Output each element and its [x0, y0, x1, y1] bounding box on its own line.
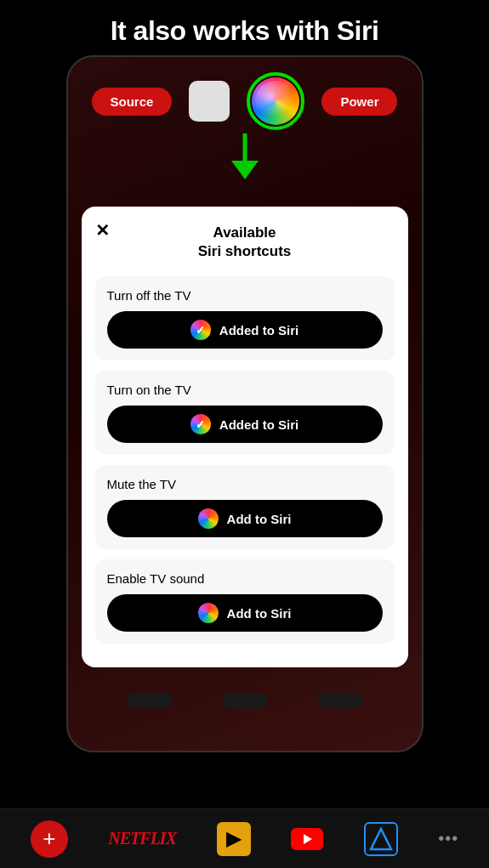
plex-button[interactable]: ▶	[217, 822, 251, 856]
siri-action-btn-mute-tv[interactable]: Add to Siri	[107, 500, 383, 537]
siri-action-btn-turn-on-tv[interactable]: ✓Added to Siri	[107, 406, 383, 443]
modal-title: Available Siri shortcuts	[95, 224, 395, 261]
source-button[interactable]: Source	[92, 88, 173, 116]
youtube-button[interactable]	[291, 828, 323, 850]
netflix-logo: NETFLIX	[108, 829, 176, 848]
svg-marker-3	[371, 829, 391, 849]
white-square-button[interactable]	[189, 81, 230, 122]
fashiontv-button[interactable]	[364, 822, 398, 856]
youtube-icon	[291, 828, 323, 850]
power-button[interactable]: Power	[321, 88, 397, 116]
knobs-row	[68, 684, 422, 720]
svg-marker-2	[304, 834, 312, 844]
fashiontv-icon	[364, 822, 398, 856]
siri-action-btn-turn-off-tv[interactable]: ✓Added to Siri	[107, 311, 383, 349]
shortcuts-list: Turn off the TV✓Added to SiriTurn on the…	[95, 276, 395, 644]
add-button[interactable]: +	[31, 820, 68, 858]
bottom-bar: + NETFLIX ▶ •••	[0, 808, 489, 868]
siri-add-icon	[198, 508, 219, 529]
more-button[interactable]: •••	[438, 829, 458, 848]
knob-right	[317, 693, 363, 708]
modal-panel: ✕ Available Siri shortcuts Turn off the …	[82, 207, 408, 667]
shortcut-card-turn-on-tv: Turn on the TV✓Added to Siri	[95, 371, 395, 455]
shortcut-label-mute-tv: Mute the TV	[107, 477, 383, 491]
shortcut-label-turn-off-tv: Turn off the TV	[107, 288, 383, 303]
modal-close-button[interactable]: ✕	[95, 220, 110, 241]
plex-icon: ▶	[217, 822, 251, 856]
page-title: It also works with Siri	[0, 0, 489, 55]
top-buttons-row: Source Power	[68, 57, 422, 139]
siri-action-btn-enable-sound[interactable]: Add to Siri	[107, 594, 383, 632]
remote-body: Source Power ✕ Available Siri shortcuts …	[66, 55, 424, 752]
knob-left	[127, 693, 173, 708]
siri-add-icon	[198, 603, 219, 623]
shortcut-card-enable-sound: Enable TV soundAdd to Siri	[95, 559, 395, 644]
svg-marker-1	[231, 161, 259, 179]
netflix-button[interactable]: NETFLIX	[108, 829, 176, 848]
shortcut-label-enable-sound: Enable TV sound	[107, 571, 383, 586]
shortcut-card-mute-tv: Mute the TVAdd to Siri	[95, 465, 395, 549]
shortcut-label-turn-on-tv: Turn on the TV	[107, 383, 383, 397]
more-icon: •••	[438, 829, 458, 848]
green-arrow	[228, 133, 262, 183]
check-icon: ✓	[190, 414, 211, 434]
check-icon: ✓	[190, 320, 211, 340]
shortcut-card-turn-off-tv: Turn off the TV✓Added to Siri	[95, 276, 395, 360]
knob-center	[222, 693, 268, 708]
siri-button-wrapper	[247, 72, 304, 130]
